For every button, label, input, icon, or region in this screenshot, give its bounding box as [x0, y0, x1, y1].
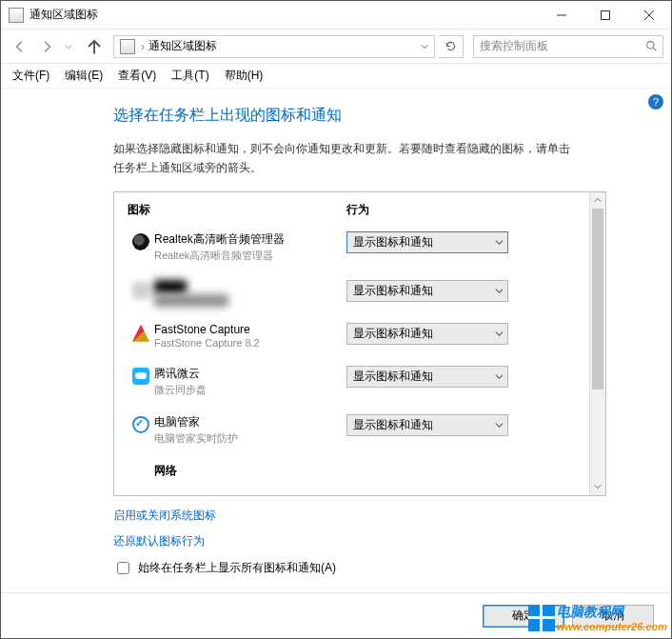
nav-history-button[interactable] [62, 43, 75, 50]
always-show-label[interactable]: 始终在任务栏上显示所有图标和通知(A) [138, 560, 336, 576]
list-header: 图标 行为 [114, 192, 589, 224]
app-icon-guanjia [132, 416, 149, 433]
ok-button[interactable]: 确定 [483, 605, 564, 628]
window-frame: 通知区域图标 › 通知区域图标 搜索控制面板 文件(F) 编辑(E) 查看(V)… [0, 0, 672, 639]
svg-rect-1 [602, 10, 610, 19]
page-heading: 选择在任务栏上出现的图标和通知 [113, 106, 625, 126]
link-system-icons[interactable]: 启用或关闭系统图标 [113, 508, 625, 524]
list-row: 电脑管家电脑管家实时防护显示图标和通知 [114, 407, 589, 455]
combobox-value: 显示图标和通知 [347, 283, 490, 299]
scroll-thumb[interactable] [592, 209, 603, 389]
list-row-partial: 网络 [114, 455, 589, 489]
behavior-combobox[interactable]: 显示图标和通知 [346, 414, 508, 436]
combobox-value: 显示图标和通知 [347, 369, 490, 385]
nav-forward-button[interactable] [35, 35, 58, 58]
refresh-button[interactable] [439, 35, 464, 58]
app-icon-weiyun [132, 368, 149, 385]
footer: 确定 取消 [1, 592, 671, 638]
row-partial-title: 网络 [154, 463, 339, 479]
app-icon-realtek [132, 233, 149, 250]
app-icon-blur [132, 282, 149, 299]
list-scrollbar[interactable] [589, 192, 605, 495]
breadcrumb-segment[interactable]: 通知区域图标 [147, 38, 219, 54]
row-title: ████ [154, 280, 339, 293]
address-bar[interactable]: › 通知区域图标 [113, 35, 435, 58]
menu-bar: 文件(F) 编辑(E) 查看(V) 工具(T) 帮助(H) [1, 64, 671, 89]
behavior-combobox[interactable]: 显示图标和通知 [346, 280, 508, 302]
row-title: FastStone Capture [154, 323, 339, 336]
menu-file[interactable]: 文件(F) [7, 66, 55, 86]
window-title: 通知区域图标 [30, 7, 540, 23]
svg-point-4 [646, 42, 653, 49]
address-dropdown-button[interactable] [417, 43, 432, 50]
search-placeholder: 搜索控制面板 [474, 38, 640, 54]
help-icon[interactable]: ? [648, 94, 663, 110]
row-subtitle: Realtek高清晰音频管理器 [154, 249, 339, 263]
list-row: 腾讯微云微云同步盘显示图标和通知 [114, 358, 589, 407]
row-title: Realtek高清晰音频管理器 [154, 231, 339, 248]
list-row: FastStone CaptureFastStone Capture 8.2显示… [114, 315, 589, 358]
close-button[interactable] [627, 1, 671, 29]
breadcrumb-sep-icon: › [141, 40, 145, 53]
minimize-button[interactable] [540, 1, 583, 29]
row-subtitle: 微云同步盘 [154, 383, 339, 397]
app-icon [9, 8, 24, 23]
chevron-down-icon [490, 421, 507, 429]
row-subtitle: FastStone Capture 8.2 [154, 337, 339, 349]
list-row: Realtek高清晰音频管理器Realtek高清晰音频管理器显示图标和通知 [114, 224, 589, 272]
scroll-up-button[interactable] [590, 192, 605, 209]
combobox-value: 显示图标和通知 [347, 326, 490, 342]
page-description: 如果选择隐藏图标和通知，则不会向你通知更改和更新。若要随时查看隐藏的图标，请单击… [113, 139, 578, 178]
cancel-button[interactable]: 取消 [572, 605, 654, 628]
chevron-down-icon [490, 287, 507, 295]
combobox-value: 显示图标和通知 [347, 234, 490, 250]
menu-help[interactable]: 帮助(H) [219, 66, 269, 86]
menu-tools[interactable]: 工具(T) [166, 66, 214, 86]
behavior-combobox[interactable]: 显示图标和通知 [346, 323, 508, 345]
always-show-checkbox[interactable] [117, 562, 129, 574]
row-title: 腾讯微云 [154, 366, 339, 382]
row-subtitle: ██████████ [154, 294, 339, 306]
app-icon-fs [132, 325, 149, 342]
behavior-combobox[interactable]: 显示图标和通知 [346, 231, 508, 253]
links-section: 启用或关闭系统图标 还原默认图标行为 [113, 508, 625, 549]
nav-back-button[interactable] [9, 35, 31, 58]
scroll-down-button[interactable] [590, 479, 605, 495]
location-icon [120, 39, 135, 54]
link-restore-defaults[interactable]: 还原默认图标行为 [113, 533, 625, 549]
content-area: ? 选择在任务栏上出现的图标和通知 如果选择隐藏图标和通知，则不会向你通知更改和… [1, 89, 671, 592]
svg-line-5 [653, 48, 656, 50]
menu-edit[interactable]: 编辑(E) [59, 66, 109, 86]
navigation-bar: › 通知区域图标 搜索控制面板 [1, 30, 671, 64]
chevron-down-icon [490, 372, 507, 381]
col-header-icon: 图标 [128, 202, 346, 218]
search-icon[interactable] [640, 40, 662, 52]
behavior-combobox[interactable]: 显示图标和通知 [346, 366, 508, 388]
nav-up-button[interactable] [83, 35, 106, 58]
menu-view[interactable]: 查看(V) [112, 66, 162, 86]
search-box[interactable]: 搜索控制面板 [473, 35, 663, 58]
chevron-down-icon [490, 329, 507, 338]
row-title: 电脑管家 [154, 414, 339, 430]
col-header-behavior: 行为 [346, 202, 576, 218]
icon-list-frame: 图标 行为 Realtek高清晰音频管理器Realtek高清晰音频管理器显示图标… [113, 191, 606, 496]
row-subtitle: 电脑管家实时防护 [154, 431, 339, 446]
chevron-down-icon [490, 238, 507, 247]
maximize-button[interactable] [583, 1, 627, 29]
always-show-checkbox-row: 始终在任务栏上显示所有图标和通知(A) [113, 559, 625, 577]
combobox-value: 显示图标和通知 [347, 417, 490, 433]
list-row: ██████████████显示图标和通知 [114, 272, 589, 315]
title-bar: 通知区域图标 [1, 1, 671, 30]
